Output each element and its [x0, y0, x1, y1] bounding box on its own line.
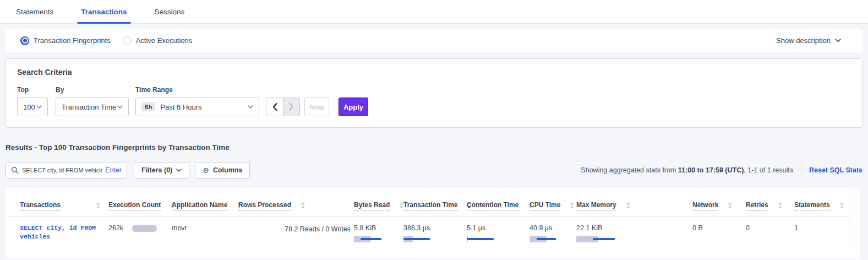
radio-unselected-icon [123, 36, 132, 45]
column-header-transaction-time[interactable]: Transaction Time [403, 188, 467, 216]
search-input-value: SELECT city, id FROM vehicles W [22, 167, 102, 174]
column-header-network[interactable]: Network [692, 188, 746, 216]
sort-icon[interactable] [301, 202, 305, 209]
by-select-value: Transaction Time [62, 103, 116, 111]
column-header-retries[interactable]: Retries [746, 188, 794, 216]
cell-contention-time: 5.1 µs [467, 217, 529, 247]
vertical-divider [801, 162, 801, 178]
chevron-left-icon [272, 103, 277, 111]
statement-search-input[interactable]: SELECT city, id FROM vehicles W Enter [6, 162, 127, 178]
tab-bar: Statements Transactions Sessions [0, 0, 868, 24]
results-section: Results - Top 100 Transaction Fingerprin… [6, 143, 862, 178]
tab-transactions[interactable]: Transactions [77, 0, 130, 23]
search-criteria-card: Search Criteria Top 100 By Transaction T… [6, 58, 862, 128]
cell-execution-count: 262k [108, 217, 172, 247]
radio-selected-icon [20, 36, 29, 45]
chevron-down-icon [117, 105, 123, 109]
cell-retries: 0 [746, 217, 794, 247]
columns-label: Columns [213, 166, 242, 174]
sort-icon[interactable] [626, 202, 631, 209]
apply-button[interactable]: Apply [339, 98, 368, 116]
view-mode-bar: Transaction Fingerprints Active Executio… [6, 29, 862, 52]
radio-active-executions[interactable]: Active Executions [123, 36, 193, 45]
time-range-field: Time Range 6h Past 6 Hours [135, 86, 259, 116]
column-header-transactions[interactable]: Transactions [6, 188, 108, 216]
top-label: Top [17, 86, 48, 94]
cell-rows-processed: 78.2 Reads / 0 Writes [238, 217, 354, 247]
time-range-select[interactable]: 6h Past 6 Hours [135, 98, 259, 116]
show-description-label: Show description [776, 36, 831, 45]
radio-label-active-executions: Active Executions [136, 36, 193, 45]
results-heading: Results - Top 100 Transaction Fingerprin… [6, 143, 862, 151]
aggregated-stats-text: Showing aggregated stats from 11:00 to 1… [581, 166, 793, 174]
cell-network: 0 B [692, 217, 746, 247]
cell-bytes-read: 5.8 KiB [354, 217, 403, 247]
chevron-down-icon [835, 39, 841, 42]
column-header-statements[interactable]: Statements [794, 188, 850, 216]
sort-icon[interactable] [778, 202, 783, 209]
previous-time-range-button[interactable] [266, 98, 283, 116]
columns-button[interactable]: ⚙ Columns [195, 162, 250, 178]
by-field: By Transaction Time [56, 86, 129, 116]
cell-statements: 1 [794, 217, 850, 247]
column-header-cpu-time[interactable]: CPU Time [529, 188, 576, 216]
search-criteria-title: Search Criteria [17, 68, 851, 77]
radio-transaction-fingerprints[interactable]: Transaction Fingerprints [20, 36, 111, 45]
cell-cpu-time: 40.9 µs [529, 217, 576, 247]
cell-transaction-time: 386.3 µs [403, 217, 467, 247]
results-table-card: Transactions Execution Count Application… [6, 188, 860, 258]
column-header-rows-processed[interactable]: Rows Processed [238, 188, 354, 216]
sort-icon[interactable] [96, 202, 101, 209]
filters-label: Filters (0) [141, 166, 172, 174]
column-header-max-memory[interactable]: Max Memory [576, 188, 692, 216]
time-range-label: Time Range [135, 86, 259, 94]
table-row: SELECT city, id FROM vehicles 262k movr … [6, 217, 850, 247]
by-label: By [56, 86, 129, 94]
time-range-badge: 6h [141, 102, 155, 111]
transaction-time-bar [403, 236, 467, 243]
chevron-down-icon [248, 105, 253, 109]
column-header-execution-count[interactable]: Execution Count [108, 188, 172, 216]
stats-time-range: 11:00 to 17:59 (UTC) [678, 166, 744, 174]
sort-icon[interactable] [839, 202, 844, 209]
transaction-fingerprint-link[interactable]: SELECT city, id FROM vehicles [20, 224, 96, 240]
column-header-bytes-read[interactable]: Bytes Read [354, 188, 403, 216]
chevron-down-icon [176, 169, 182, 172]
bytes-read-bar [354, 236, 403, 243]
by-select[interactable]: Transaction Time [56, 98, 129, 116]
sort-icon[interactable] [728, 202, 733, 209]
cpu-time-bar [529, 236, 576, 243]
column-header-application-name[interactable]: Application Name [172, 188, 238, 216]
reset-sql-stats-link[interactable]: Reset SQL Stats [809, 166, 862, 174]
show-description-toggle[interactable]: Show description [776, 36, 841, 45]
now-button[interactable]: Now [304, 98, 329, 116]
contention-time-bar [467, 236, 529, 243]
gear-icon: ⚙ [203, 166, 209, 175]
cell-application-name: movr [172, 217, 238, 247]
execution-count-bar [132, 225, 157, 232]
top-field: Top 100 [17, 86, 48, 116]
search-icon [11, 166, 19, 174]
max-memory-bar [576, 236, 692, 243]
next-time-range-button[interactable] [283, 98, 300, 116]
table-header-row: Transactions Execution Count Application… [6, 188, 850, 217]
column-header-contention-time[interactable]: Contention Time [467, 188, 529, 216]
time-range-nav [266, 98, 300, 116]
search-enter-button[interactable]: Enter [105, 166, 122, 174]
top-select-value: 100 [23, 103, 35, 111]
tab-sessions[interactable]: Sessions [151, 0, 189, 23]
time-range-value: Past 6 Hours [160, 103, 201, 111]
sort-icon[interactable] [570, 202, 575, 209]
radio-label-fingerprints: Transaction Fingerprints [34, 36, 111, 45]
filters-button[interactable]: Filters (0) [134, 162, 189, 178]
tab-statements[interactable]: Statements [12, 0, 57, 23]
cell-max-memory: 22.1 KiB [576, 217, 692, 247]
chevron-down-icon [36, 105, 42, 109]
chevron-right-icon [289, 103, 294, 111]
top-select[interactable]: 100 [17, 98, 48, 116]
